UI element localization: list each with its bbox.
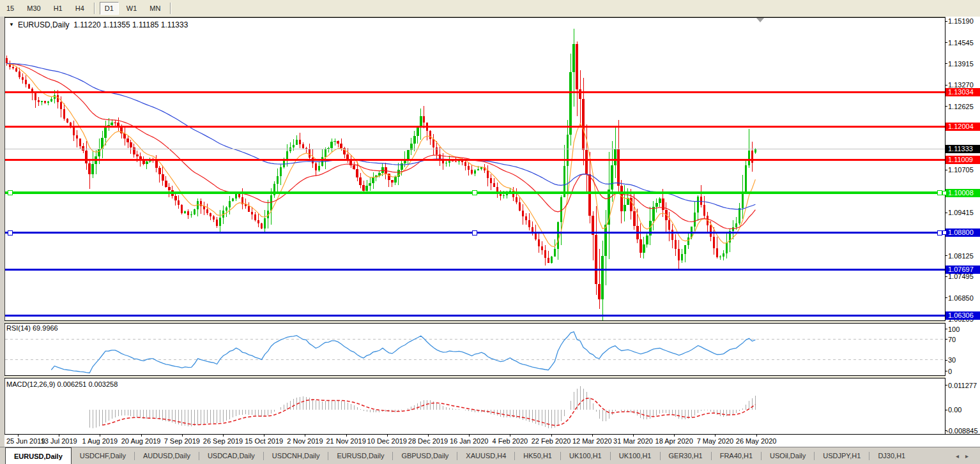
chart-tab-dj30-h1[interactable]: DJ30,H1: [869, 447, 914, 464]
ma-medium-line[interactable]: [7, 63, 756, 228]
time-axis-label: 15 Oct 2019: [245, 437, 283, 445]
rsi-axis-tickmark: [945, 339, 947, 340]
candle-bullish: [417, 128, 418, 136]
candle-bearish: [516, 197, 517, 202]
line-selection-handle[interactable]: [8, 191, 13, 195]
line-selection-handle[interactable]: [8, 230, 13, 235]
chart-tab-usdchf-daily[interactable]: USDCHF,Daily: [72, 447, 134, 464]
chart-tab-uk100-h1[interactable]: UK100,H1: [561, 447, 610, 464]
candle-bearish: [213, 216, 215, 219]
line-selection-handle[interactable]: [942, 191, 947, 195]
candle-bearish: [79, 138, 81, 146]
chart-tab-eurusd-daily[interactable]: EURUSD,Daily: [5, 447, 72, 464]
tab-scroll-left-icon[interactable]: ◂: [956, 453, 959, 460]
chart-tab-uk100-h1[interactable]: UK100,H1: [611, 447, 660, 464]
candle-bearish: [12, 67, 14, 68]
timeframe-button-d1[interactable]: D1: [100, 2, 119, 15]
candle-bearish: [433, 139, 434, 147]
candle-bullish: [50, 99, 52, 101]
candle-bearish: [528, 220, 530, 227]
candle-bullish: [219, 218, 221, 226]
ma-slow-line[interactable]: [7, 63, 756, 209]
chart-tab-usdcnh-daily[interactable]: USDCNH,Daily: [264, 447, 328, 464]
candle-bearish: [703, 205, 705, 215]
line-selection-handle[interactable]: [938, 191, 942, 195]
chart-tab-usdcad-daily[interactable]: USDCAD,Daily: [199, 447, 263, 464]
timeframe-button-m30[interactable]: M30: [22, 2, 45, 15]
line-selection-handle[interactable]: [473, 191, 477, 195]
price-label-1.11333[interactable]: 1.11333: [946, 145, 980, 153]
candle-bullish: [652, 207, 654, 221]
line-selection-handle[interactable]: [938, 230, 942, 235]
candle-bearish: [178, 200, 180, 204]
price-label-1.08800[interactable]: 1.08800: [946, 228, 980, 237]
rsi-indicator-label: RSI(14) 69.9966: [6, 324, 58, 332]
candle-bullish: [719, 257, 721, 257]
chart-tab-hk50-h1[interactable]: HK50,H1: [515, 447, 560, 464]
chart-tab-gbpusd-daily[interactable]: GBPUSD,Daily: [393, 447, 457, 464]
candle-bearish: [88, 163, 90, 174]
macd-pane-canvas[interactable]: [5, 378, 945, 434]
candle-bearish: [455, 161, 457, 162]
candle-bullish: [732, 227, 734, 232]
ma-fast-line[interactable]: [7, 63, 756, 246]
price-label-1.12004[interactable]: 1.12004: [946, 123, 980, 131]
candle-bearish: [668, 220, 670, 230]
candle-bearish: [547, 258, 549, 263]
rsi-pane-canvas[interactable]: [5, 324, 945, 375]
line-selection-handle[interactable]: [473, 230, 477, 235]
chart-shift-marker-icon[interactable]: [756, 18, 764, 22]
time-axis-label: 10 Dec 2019: [367, 437, 407, 445]
candle-bearish: [133, 147, 135, 154]
chart-menu-triangle-icon[interactable]: ▼: [9, 22, 14, 27]
candle-bullish: [694, 213, 696, 227]
candle-bullish: [98, 149, 100, 157]
chart-tab-usdjpy-h1[interactable]: USDJPY,H1: [815, 447, 869, 464]
timeframe-button-15[interactable]: 15: [1, 2, 19, 15]
candle-bearish: [142, 161, 144, 164]
candle-bearish: [181, 205, 183, 213]
trading-terminal-window: 15M30H1H4D1W1MN ▼EURUSD,Daily 1.11220 1.…: [0, 0, 980, 464]
price-chart-canvas[interactable]: [5, 18, 945, 320]
candle-bearish: [158, 168, 160, 174]
candle-bearish: [356, 169, 358, 177]
candle-bullish: [604, 225, 606, 256]
candle-bullish: [226, 207, 227, 211]
candle-bearish: [73, 127, 75, 135]
chart-tab-eurusd-daily[interactable]: EURUSD,Daily: [328, 447, 392, 464]
candle-bearish: [662, 198, 664, 210]
price-label-1.10008[interactable]: 1.10008: [946, 189, 980, 197]
chart-tab-audusd-daily[interactable]: AUDUSD,Daily: [135, 447, 199, 464]
time-axis[interactable]: 25 Jun 201913 Jul 20191 Aug 201920 Aug 2…: [4, 434, 980, 447]
chart-tab-fra40-h1[interactable]: FRA40,H1: [712, 447, 761, 464]
price-axis-tickmark: [945, 63, 947, 64]
timeframe-button-mn[interactable]: MN: [144, 2, 165, 15]
price-label-1.07697[interactable]: 1.07697: [946, 266, 980, 274]
candle-bearish: [216, 220, 218, 227]
candle-bearish: [535, 234, 537, 239]
rsi-axis-label: 70: [948, 336, 956, 343]
chart-tab-xauusd-h4[interactable]: XAUUSD,H4: [457, 447, 514, 464]
price-axis[interactable]: 1.151901.145451.139151.132701.126251.107…: [946, 17, 980, 434]
candle-bearish: [315, 163, 317, 170]
timeframe-button-h4[interactable]: H4: [70, 2, 89, 15]
chart-title: ▼EURUSD,Daily 1.11220 1.11355 1.11185 1.…: [9, 20, 188, 29]
price-label-1.13034[interactable]: 1.13034: [946, 88, 980, 96]
candle-bearish: [85, 151, 87, 163]
candle-bearish: [588, 174, 590, 216]
candle-bullish: [111, 123, 112, 125]
line-selection-handle[interactable]: [942, 230, 947, 235]
timeframe-button-w1[interactable]: W1: [121, 2, 142, 15]
candle-bullish: [194, 209, 195, 214]
time-axis-label: 4 Feb 2020: [493, 437, 528, 445]
timeframe-button-h1[interactable]: H1: [49, 2, 68, 15]
tab-scroll-right-icon[interactable]: ▸: [965, 453, 969, 460]
price-label-1.06306[interactable]: 1.06306: [946, 311, 980, 320]
chart-tab-ger30-h1[interactable]: GER30,H1: [661, 447, 711, 464]
time-axis-label: 1 Aug 2019: [82, 437, 118, 445]
candle-bullish: [381, 167, 383, 173]
price-label-1.11009[interactable]: 1.11009: [946, 156, 980, 164]
price-axis-tick-label: 1.09415: [948, 209, 974, 216]
candle-bearish: [630, 198, 632, 211]
chart-tab-usoil-daily[interactable]: USOil,Daily: [762, 447, 814, 464]
